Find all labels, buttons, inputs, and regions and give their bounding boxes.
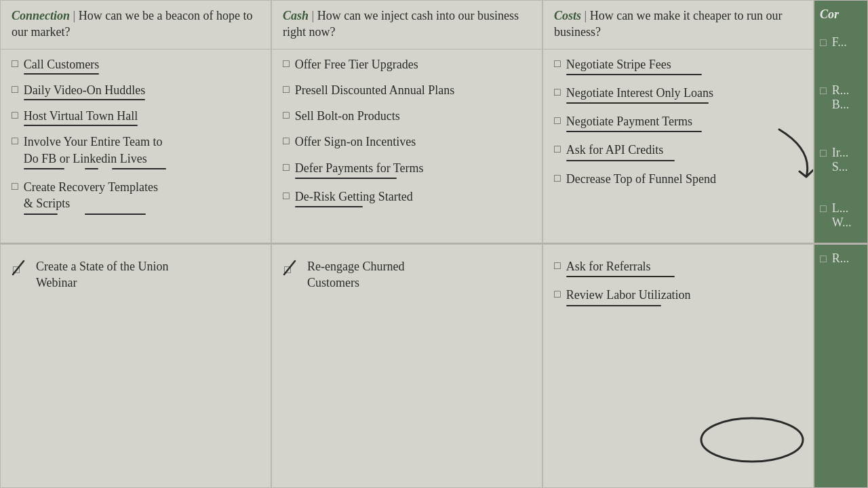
cell-connection-top: Connection | How can we be a beacon of h… bbox=[0, 0, 271, 244]
checkbox-icon: □ bbox=[283, 83, 290, 96]
list-item: □ Call Customers bbox=[12, 56, 260, 73]
checkbox-icon: □ bbox=[554, 172, 561, 184]
item-referrals: Ask for Referrals bbox=[566, 258, 675, 274]
item-review-labor: Review Labor Utilization bbox=[566, 287, 691, 303]
list-item: □ L...W... bbox=[820, 201, 862, 230]
checkbox-slash-container: □ bbox=[12, 260, 31, 281]
checked-slash-icon: □ bbox=[12, 260, 31, 279]
list-item: □ Re-engage ChurnedCustomers bbox=[283, 258, 531, 291]
cash-category: Cash bbox=[283, 9, 309, 22]
checkbox-icon: □ bbox=[12, 180, 18, 192]
checkbox-slash-container: □ bbox=[283, 260, 302, 281]
cash-bottom-body: □ Re-engage ChurnedCustomers bbox=[272, 245, 542, 487]
cell-col4-bottom: □ R... bbox=[814, 244, 868, 488]
item-state-union: Create a State of the UnionWebinar bbox=[36, 258, 168, 291]
checkbox-icon: □ bbox=[12, 135, 18, 147]
item-negotiate-stripe: Negotiate Stripe Fees bbox=[566, 56, 702, 73]
list-item: □ Negotiate Interest Only Loans bbox=[554, 85, 802, 104]
col4-bottom-item: R... bbox=[832, 251, 850, 266]
checkbox-icon: □ bbox=[12, 83, 18, 96]
col4-top-label: Cor bbox=[820, 7, 839, 21]
costs-bottom-body: □ Ask for Referrals □ Review Labor Utili… bbox=[543, 245, 813, 487]
connection-bottom-body: □ Create a State of the UnionWebinar bbox=[1, 245, 271, 487]
item-reengage: Re-engage ChurnedCustomers bbox=[307, 258, 404, 291]
cash-top-body: □ Offer Free Tier Upgrades □ Presell Dis… bbox=[272, 49, 542, 243]
cell-costs-top: Costs | How can we make it cheaper to ru… bbox=[542, 0, 814, 244]
checkbox-icon: □ bbox=[283, 161, 290, 174]
checkbox-icon: □ bbox=[283, 58, 290, 70]
checkbox-icon: □ bbox=[12, 109, 18, 121]
list-item: □ Ir...S... bbox=[820, 146, 862, 174]
col4-bottom-content: □ R... bbox=[814, 245, 867, 282]
col4-item2: R...B... bbox=[832, 83, 850, 112]
checkbox-icon: □ bbox=[283, 109, 290, 121]
item-api-credits: Ask for API Credits bbox=[566, 142, 675, 158]
item-decrease-funnel: Decrease Top of Funnel Spend bbox=[566, 171, 716, 187]
list-item: □ Offer Sign-on Incentives bbox=[283, 134, 531, 150]
item-recovery-templates: Create Recovery Templates& Scripts bbox=[24, 179, 158, 212]
checkbox-icon: □ bbox=[820, 85, 827, 97]
item-involve-team: Involve Your Entire Team toDo FB or Link… bbox=[24, 134, 166, 167]
item-sell-bolt: Sell Bolt-on Products bbox=[295, 108, 400, 124]
list-item: □ Decrease Top of Funnel Spend bbox=[554, 171, 802, 187]
checkbox-icon: □ bbox=[283, 135, 290, 147]
main-grid: Connection | How can we be a beacon of h… bbox=[0, 0, 868, 488]
checkbox-icon: □ bbox=[820, 253, 827, 265]
checkbox-icon: □ bbox=[554, 143, 561, 155]
item-offer-free: Offer Free Tier Upgrades bbox=[295, 56, 418, 73]
connection-category: Connection bbox=[12, 9, 70, 22]
checkbox-icon: □ bbox=[554, 115, 561, 127]
col4-item3: Ir...S... bbox=[832, 146, 849, 174]
checkbox-icon: □ bbox=[820, 203, 827, 215]
item-sign-on: Offer Sign-on Incentives bbox=[295, 134, 416, 150]
item-derisk: De-Risk Getting Started bbox=[295, 188, 413, 205]
cell-costs-bottom: □ Ask for Referrals □ Review Labor Utili… bbox=[542, 244, 814, 488]
costs-top-body: □ Negotiate Stripe Fees □ Negotiate Inte… bbox=[543, 49, 813, 243]
checked-slash-icon: □ bbox=[283, 260, 302, 279]
list-item: □ Involve Your Entire Team toDo FB or Li… bbox=[12, 134, 260, 169]
cell-col4-top: Cor □ F... □ R...B... □ Ir...S... □ L...… bbox=[814, 0, 868, 244]
list-item: □ Negotiate Stripe Fees bbox=[554, 56, 802, 75]
list-item: □ Create Recovery Templates& Scripts bbox=[12, 179, 260, 215]
list-item: □ R...B... bbox=[820, 83, 862, 112]
item-daily-video: Daily Video-On Huddles bbox=[24, 82, 146, 98]
connection-header: Connection | How can we be a beacon of h… bbox=[1, 1, 271, 49]
cell-cash-top: Cash | How can we inject cash into our b… bbox=[271, 0, 542, 244]
list-item: □ Create a State of the UnionWebinar bbox=[12, 258, 260, 291]
col4-item4: L...W... bbox=[832, 201, 852, 230]
cash-header: Cash | How can we inject cash into our b… bbox=[272, 1, 542, 49]
checkbox-icon: □ bbox=[283, 190, 290, 202]
checkbox-icon: □ bbox=[12, 58, 18, 70]
costs-category: Costs bbox=[554, 9, 581, 22]
list-item: □ Defer Payments for Terms bbox=[283, 160, 531, 179]
list-item: □ Ask for Referrals bbox=[554, 258, 802, 277]
list-item: □ Ask for API Credits bbox=[554, 142, 802, 161]
checkbox-icon: □ bbox=[554, 288, 561, 300]
checkbox-icon: □ bbox=[554, 260, 561, 272]
costs-header: Costs | How can we make it cheaper to ru… bbox=[543, 1, 813, 49]
list-item: □ Presell Discounted Annual Plans bbox=[283, 82, 531, 98]
cell-connection-bottom: □ Create a State of the UnionWebinar bbox=[0, 244, 271, 488]
list-item: □ Daily Video-On Huddles bbox=[12, 82, 260, 98]
item-defer: Defer Payments for Terms bbox=[295, 160, 424, 176]
connection-top-body: □ Call Customers □ Daily Video-On Huddle… bbox=[1, 49, 271, 243]
col4-item1: F... bbox=[832, 35, 847, 49]
item-negotiate-loans: Negotiate Interest Only Loans bbox=[566, 85, 713, 101]
col4-top-header: Cor bbox=[814, 1, 867, 28]
list-item: □ Host Virtual Town Hall bbox=[12, 108, 260, 124]
item-negotiate-payment: Negotiate Payment Terms bbox=[566, 113, 702, 129]
cell-cash-bottom: □ Re-engage ChurnedCustomers bbox=[271, 244, 542, 488]
checkbox-icon: □ bbox=[820, 37, 827, 49]
list-item: □ Offer Free Tier Upgrades bbox=[283, 56, 531, 73]
checkbox-icon: □ bbox=[554, 58, 561, 70]
col4-top-content: □ F... □ R...B... □ Ir...S... □ L...W... bbox=[814, 28, 867, 244]
checkbox-icon: □ bbox=[820, 147, 827, 159]
cash-question: How can we inject cash into our business… bbox=[283, 9, 519, 39]
list-item: □ De-Risk Getting Started bbox=[283, 188, 531, 207]
list-item: □ R... bbox=[820, 251, 862, 266]
list-item: □ Review Labor Utilization bbox=[554, 287, 802, 306]
item-host-town-hall: Host Virtual Town Hall bbox=[24, 108, 138, 124]
list-item: □ F... bbox=[820, 35, 862, 49]
item-call-customers: Call Customers bbox=[24, 56, 100, 73]
list-item: □ Sell Bolt-on Products bbox=[283, 108, 531, 124]
